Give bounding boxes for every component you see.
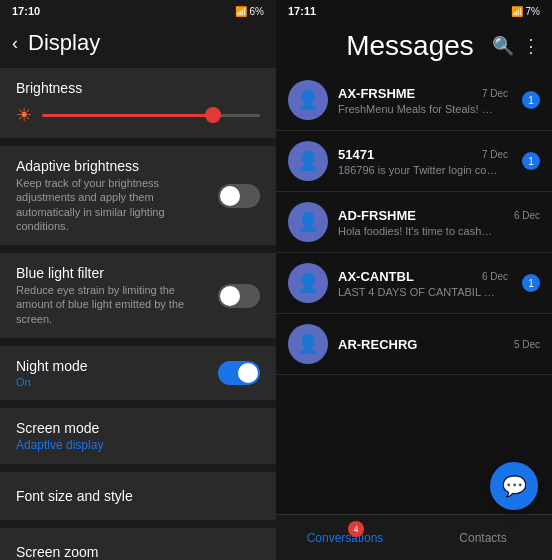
message-content: AX-CANTBL 6 Dec LAST 4 DAYS OF CANTABIL … <box>338 269 508 298</box>
adaptive-brightness-item[interactable]: Adaptive brightness Keep track of your b… <box>0 146 276 245</box>
message-content: 51471 7 Dec 186796 is your Twitter login… <box>338 147 508 176</box>
fontsize-item[interactable]: Font size and style <box>0 472 276 520</box>
bluelight-subtitle: Reduce eye strain by limiting the amount… <box>16 283 208 326</box>
message-item[interactable]: 👤 AR-RECHRG 5 Dec <box>276 314 552 375</box>
bluelight-left: Blue light filter Reduce eye strain by l… <box>16 265 208 326</box>
avatar-icon: 👤 <box>297 333 319 355</box>
nightmode-left: Night mode On <box>16 358 208 388</box>
header-icons: 🔍 ⋮ <box>492 35 540 57</box>
nightmode-toggle[interactable] <box>218 361 260 385</box>
fab-icon: 💬 <box>502 474 527 498</box>
avatar: 👤 <box>288 80 328 120</box>
message-top: AX-CANTBL 6 Dec <box>338 269 508 284</box>
right-status-bar: 17:11 📶 7% <box>276 0 552 22</box>
message-preview: Hola foodies! It's time to cashback. Pay… <box>338 225 498 237</box>
message-preview: FreshMenu Meals for Steals! Rs.50 OFF on… <box>338 103 498 115</box>
nightmode-section: Night mode On <box>0 346 276 400</box>
brightness-slider[interactable] <box>42 105 260 125</box>
message-date: 7 Dec <box>482 88 508 99</box>
avatar-icon: 👤 <box>297 211 319 233</box>
message-content: AR-RECHRG 5 Dec <box>338 337 540 352</box>
message-content: AD-FRSHME 6 Dec Hola foodies! It's time … <box>338 208 540 237</box>
toggle-knob-3 <box>238 363 258 383</box>
tab-contacts[interactable]: Contacts <box>414 515 552 560</box>
avatar: 👤 <box>288 202 328 242</box>
screenmode-left: Screen mode Adaptive display <box>16 420 250 452</box>
display-title: Display <box>28 30 100 56</box>
message-date: 7 Dec <box>482 149 508 160</box>
settings-list: Brightness ☀ Adaptive brightness Keep tr… <box>0 68 276 560</box>
tab-conversations-label: Conversations <box>307 531 384 545</box>
unread-badge: 1 <box>522 91 540 109</box>
bottom-tabs: Conversations 4 Contacts <box>276 514 552 560</box>
bluelight-item[interactable]: Blue light filter Reduce eye strain by l… <box>0 253 276 338</box>
message-item[interactable]: 👤 AX-FRSHME 7 Dec FreshMenu Meals for St… <box>276 70 552 131</box>
message-content: AX-FRSHME 7 Dec FreshMenu Meals for Stea… <box>338 86 508 115</box>
right-wrapper: 17:11 📶 7% Messages 🔍 ⋮ 👤 A <box>276 0 552 560</box>
bluelight-title: Blue light filter <box>16 265 208 281</box>
message-top: AD-FRSHME 6 Dec <box>338 208 540 223</box>
message-sender: AX-CANTBL <box>338 269 414 284</box>
left-time: 17:10 <box>12 5 40 17</box>
toggle-knob <box>220 186 240 206</box>
nightmode-title: Night mode <box>16 358 208 374</box>
avatar: 👤 <box>288 141 328 181</box>
more-icon[interactable]: ⋮ <box>522 35 540 57</box>
adaptive-brightness-left: Adaptive brightness Keep track of your b… <box>16 158 208 233</box>
slider-thumb <box>205 107 221 123</box>
message-date: 6 Dec <box>514 210 540 221</box>
toggle-knob-2 <box>220 286 240 306</box>
message-sender: AX-FRSHME <box>338 86 415 101</box>
screenzoom-item[interactable]: Screen zoom <box>0 528 276 560</box>
brightness-control: ☀ <box>16 104 260 126</box>
tab-conversations[interactable]: Conversations 4 <box>276 515 414 560</box>
message-top: AR-RECHRG 5 Dec <box>338 337 540 352</box>
message-item[interactable]: 👤 AX-CANTBL 6 Dec LAST 4 DAYS OF CANTABI… <box>276 253 552 314</box>
avatar-icon: 👤 <box>297 89 319 111</box>
bluelight-section: Blue light filter Reduce eye strain by l… <box>0 253 276 338</box>
brightness-section: Brightness ☀ <box>0 68 276 138</box>
right-status-icons: 📶 7% <box>511 6 540 17</box>
avatar: 👤 <box>288 324 328 364</box>
left-panel: 17:10 📶 6% ‹ Display Brightness ☀ <box>0 0 276 560</box>
screenzoom-title: Screen zoom <box>16 544 260 560</box>
message-top: AX-FRSHME 7 Dec <box>338 86 508 101</box>
message-sender: AD-FRSHME <box>338 208 416 223</box>
message-item[interactable]: 👤 51471 7 Dec 186796 is your Twitter log… <box>276 131 552 192</box>
right-signal-icon: 📶 <box>511 6 523 17</box>
avatar-icon: 👤 <box>297 150 319 172</box>
messages-header: Messages 🔍 ⋮ <box>276 22 552 66</box>
screenmode-section: Screen mode Adaptive display <box>0 408 276 464</box>
adaptive-brightness-title: Adaptive brightness <box>16 158 208 174</box>
right-battery-text: 7% <box>526 6 540 17</box>
message-sender: AR-RECHRG <box>338 337 417 352</box>
signal-icon: 📶 <box>235 6 247 17</box>
search-icon[interactable]: 🔍 <box>492 35 514 57</box>
screenmode-value: Adaptive display <box>16 438 250 452</box>
screenmode-item[interactable]: Screen mode Adaptive display <box>0 408 276 464</box>
message-sender: 51471 <box>338 147 374 162</box>
bluelight-toggle[interactable] <box>218 284 260 308</box>
nightmode-value: On <box>16 376 208 388</box>
messages-list: 👤 AX-FRSHME 7 Dec FreshMenu Meals for St… <box>276 66 552 514</box>
unread-badge: 1 <box>522 152 540 170</box>
right-time: 17:11 <box>288 5 316 17</box>
battery-text: 6% <box>250 6 264 17</box>
left-status-icons: 📶 6% <box>235 6 264 17</box>
fontsize-title: Font size and style <box>16 488 260 504</box>
nightmode-item[interactable]: Night mode On <box>0 346 276 400</box>
message-date: 6 Dec <box>482 271 508 282</box>
unread-badge: 1 <box>522 274 540 292</box>
back-button[interactable]: ‹ <box>12 33 18 54</box>
message-top: 51471 7 Dec <box>338 147 508 162</box>
messages-title: Messages <box>328 30 492 62</box>
message-preview: 186796 is your Twitter login code. Don't… <box>338 164 498 176</box>
fab-compose-button[interactable]: 💬 <box>490 462 538 510</box>
message-item[interactable]: 👤 AD-FRSHME 6 Dec Hola foodies! It's tim… <box>276 192 552 253</box>
message-date: 5 Dec <box>514 339 540 350</box>
adaptive-brightness-toggle[interactable] <box>218 184 260 208</box>
left-status-bar: 17:10 📶 6% <box>0 0 276 22</box>
brightness-label: Brightness <box>16 80 260 96</box>
avatar-icon: 👤 <box>297 272 319 294</box>
adaptive-brightness-subtitle: Keep track of your brightness adjustment… <box>16 176 208 233</box>
